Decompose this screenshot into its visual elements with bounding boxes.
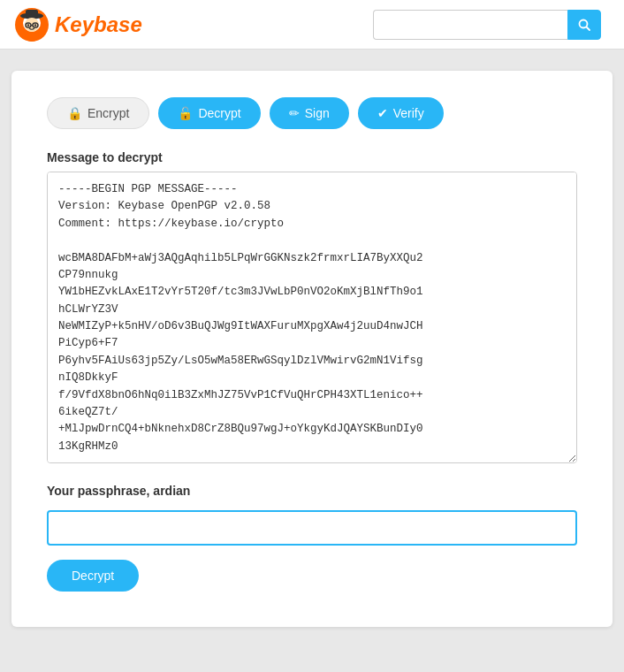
svg-line-12: [587, 27, 590, 30]
pgp-message-textarea[interactable]: -----BEGIN PGP MESSAGE----- Version: Key…: [47, 172, 577, 463]
passphrase-input[interactable]: [47, 510, 577, 546]
keybase-logo-icon: [14, 7, 49, 42]
search-input[interactable]: [373, 10, 567, 40]
pencil-icon: ✏: [289, 106, 300, 120]
checkmark-icon: ✔: [377, 106, 388, 120]
passphrase-section: Your passphrase, ardian: [47, 484, 577, 546]
search-area: [373, 10, 601, 40]
svg-point-10: [25, 33, 39, 42]
tab-sign[interactable]: ✏ Sign: [270, 97, 349, 129]
lock-icon: 🔒: [67, 106, 82, 120]
tab-decrypt[interactable]: 🔓 Decrypt: [158, 97, 260, 129]
search-button[interactable]: [567, 10, 601, 40]
svg-rect-3: [26, 10, 38, 17]
svg-point-9: [34, 24, 36, 26]
logo-text: Keybase: [55, 12, 142, 37]
tab-encrypt-label: Encrypt: [88, 106, 129, 120]
message-label: Message to decrypt: [47, 150, 577, 164]
top-nav: Keybase: [0, 0, 624, 50]
svg-point-8: [27, 24, 29, 26]
passphrase-label: Your passphrase, ardian: [47, 484, 577, 498]
tabs: 🔒 Encrypt 🔓 Decrypt ✏ Sign ✔ Verify: [47, 97, 577, 129]
tab-sign-label: Sign: [305, 106, 330, 120]
tab-verify-label: Verify: [393, 106, 424, 120]
tab-verify[interactable]: ✔ Verify: [358, 97, 444, 129]
logo: Keybase: [14, 7, 142, 42]
main-card: 🔒 Encrypt 🔓 Decrypt ✏ Sign ✔ Verify Mess…: [11, 71, 613, 627]
tab-decrypt-label: Decrypt: [198, 106, 240, 120]
search-icon: [578, 19, 590, 31]
decrypt-button[interactable]: Decrypt: [47, 560, 139, 592]
tab-encrypt[interactable]: 🔒 Encrypt: [47, 97, 149, 129]
unlock-icon: 🔓: [178, 106, 193, 120]
